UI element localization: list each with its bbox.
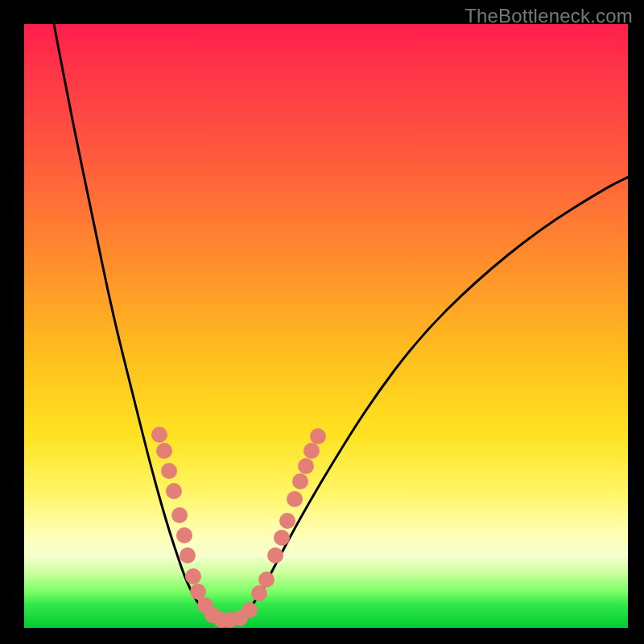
marker-dot xyxy=(161,463,177,479)
marker-dot xyxy=(287,491,303,507)
curve-left-branch xyxy=(54,24,211,616)
watermark-text: TheBottleneck.com xyxy=(464,5,633,27)
marker-dot xyxy=(242,602,258,618)
marker-dot xyxy=(251,585,267,601)
marker-dot xyxy=(185,568,201,584)
curve-right-branch xyxy=(243,177,628,617)
curve-group xyxy=(54,24,628,620)
marker-dot xyxy=(176,527,192,543)
marker-dot xyxy=(274,530,290,546)
marker-dot xyxy=(298,458,314,474)
marker-dot xyxy=(180,547,196,564)
chart-frame: TheBottleneck.com xyxy=(0,0,644,644)
marker-dot xyxy=(156,443,172,459)
marker-dot xyxy=(292,473,308,489)
marker-dot xyxy=(279,513,295,529)
marker-dot xyxy=(171,507,188,523)
marker-dot xyxy=(303,443,320,459)
marker-dot xyxy=(267,547,283,564)
plot-area xyxy=(24,24,628,628)
curve-markers xyxy=(151,427,326,628)
marker-dot xyxy=(190,584,206,600)
bottleneck-curve xyxy=(24,24,628,628)
marker-dot xyxy=(166,483,182,499)
marker-dot xyxy=(310,428,326,444)
marker-dot xyxy=(151,427,167,443)
marker-dot xyxy=(258,572,275,588)
